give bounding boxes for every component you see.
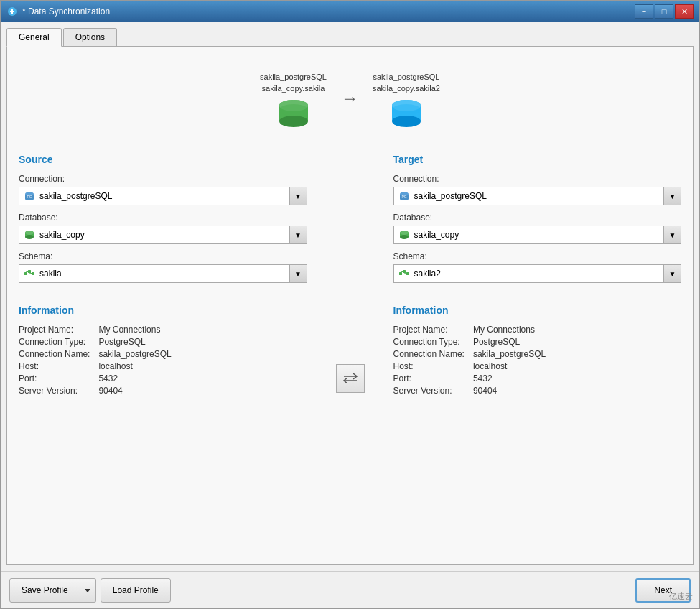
- source-info-grid: Project Name: My Connections Connection …: [19, 325, 307, 396]
- target-schema-dropdown[interactable]: ▼: [664, 264, 681, 283]
- target-info-key-3: Host:: [393, 361, 465, 371]
- target-schema-label: Schema:: [393, 251, 682, 261]
- title-bar: * Data Synchronization − □ ✕: [1, 1, 699, 22]
- source-title: Source: [19, 154, 307, 165]
- target-info-key-0: Project Name:: [393, 325, 465, 335]
- target-info-key-4: Port:: [393, 373, 465, 383]
- target-schema-value: sakila2: [414, 269, 441, 279]
- app-icon: [6, 6, 18, 17]
- svg-marker-37: [85, 589, 90, 592]
- target-schema-select[interactable]: sakila2: [393, 264, 665, 283]
- target-database-value: sakila_copy: [414, 230, 459, 240]
- target-database-row: sakila_copy ▼: [393, 226, 682, 244]
- target-schema-icon: [398, 268, 410, 279]
- target-info-val-0: My Connections: [473, 325, 681, 335]
- source-info-key-1: Connection Type:: [19, 337, 90, 347]
- target-info-val-1: PostgreSQL: [473, 337, 681, 347]
- source-info-val-1: PostgreSQL: [98, 337, 307, 347]
- source-schema-label: Schema:: [19, 251, 307, 261]
- svg-rect-32: [399, 272, 402, 275]
- tab-bar: General Options: [6, 28, 694, 47]
- target-info-val-5: 90404: [473, 386, 681, 396]
- tab-general[interactable]: General: [6, 28, 62, 47]
- source-info-val-2: sakila_postgreSQL: [98, 349, 307, 359]
- target-info-val-2: sakila_postgreSQL: [473, 349, 681, 359]
- target-title: Target: [393, 154, 682, 165]
- source-info-val-3: localhost: [98, 361, 307, 371]
- source-schema-icon: [24, 268, 35, 279]
- source-database-dropdown[interactable]: ▼: [290, 226, 307, 244]
- target-info-key-5: Server Version:: [393, 386, 465, 396]
- source-schema-select[interactable]: sakila: [19, 264, 290, 283]
- target-connection-select[interactable]: PG sakila_postgreSQL: [393, 187, 665, 205]
- target-database-dropdown[interactable]: ▼: [664, 226, 681, 244]
- close-button[interactable]: ✕: [675, 4, 694, 19]
- source-database-value: sakila_copy: [39, 230, 85, 240]
- source-info-title: Information: [19, 304, 307, 316]
- next-button[interactable]: Next: [635, 578, 691, 603]
- source-column: Source Connection: PG sakila_postgreSQL …: [19, 154, 307, 553]
- source-connection-value: sakila_postgreSQL: [39, 191, 112, 201]
- svg-point-10: [392, 104, 421, 116]
- target-diagram-item: sakila_postgreSQL sakila_copy.sakila2: [373, 73, 440, 131]
- source-connection-row: PG sakila_postgreSQL ▼: [19, 187, 307, 205]
- svg-point-3: [279, 116, 308, 127]
- svg-text:PG: PG: [401, 195, 406, 199]
- target-database-label: Database:: [393, 213, 682, 223]
- source-schema-row: sakila ▼: [19, 264, 307, 283]
- maximize-button[interactable]: □: [655, 4, 673, 19]
- save-profile-button[interactable]: Save Profile: [9, 578, 80, 603]
- window-title: * Data Synchronization: [22, 6, 110, 17]
- svg-point-16: [25, 235, 34, 239]
- svg-point-30: [400, 235, 409, 239]
- footer-left: Save Profile Load Profile: [9, 578, 171, 603]
- source-database-select[interactable]: sakila_copy: [19, 226, 290, 244]
- target-info-val-3: localhost: [473, 361, 681, 371]
- svg-point-8: [392, 116, 421, 127]
- source-diagram-item: sakila_postgreSQL sakila_copy.sakila: [260, 73, 327, 131]
- source-info-key-5: Server Version:: [19, 386, 90, 396]
- source-schema-value: sakila: [39, 269, 62, 279]
- title-bar-left: * Data Synchronization: [6, 6, 110, 17]
- source-conn-icon: PG: [24, 190, 35, 202]
- arrow-right-icon: →: [341, 88, 358, 108]
- target-connection-dropdown[interactable]: ▼: [664, 187, 681, 205]
- target-connection-label: Connection:: [393, 174, 682, 184]
- target-connection-row: PG sakila_postgreSQL ▼: [393, 187, 682, 205]
- target-database-select[interactable]: sakila_copy: [393, 226, 665, 244]
- target-diagram-line1: sakila_postgreSQL: [373, 73, 439, 81]
- load-profile-button[interactable]: Load Profile: [101, 578, 171, 603]
- footer: Save Profile Load Profile Next: [1, 571, 699, 608]
- two-column-layout: Source Connection: PG sakila_postgreSQL …: [19, 154, 681, 553]
- target-info-grid: Project Name: My Connections Connection …: [393, 325, 682, 396]
- source-database-row: sakila_copy ▼: [19, 226, 307, 244]
- svg-rect-18: [24, 272, 27, 275]
- target-info-key-1: Connection Type:: [393, 337, 465, 347]
- source-connection-dropdown[interactable]: ▼: [290, 187, 307, 205]
- source-schema-dropdown[interactable]: ▼: [290, 264, 307, 283]
- source-info-val-4: 5432: [98, 373, 307, 383]
- target-info-key-2: Connection Name:: [393, 349, 465, 359]
- main-panel: sakila_postgreSQL sakila_copy.sakila → s…: [6, 47, 694, 565]
- source-connection-select[interactable]: PG sakila_postgreSQL: [19, 187, 290, 205]
- source-diagram-line2: sakila_copy.sakila: [262, 84, 325, 93]
- target-db-small-icon: [398, 229, 410, 241]
- source-database-label: Database:: [19, 213, 307, 223]
- middle-col: [336, 154, 365, 553]
- tab-options[interactable]: Options: [63, 28, 117, 46]
- source-info-val-5: 90404: [98, 386, 307, 396]
- target-info-title: Information: [393, 304, 682, 316]
- target-info-section: Information Project Name: My Connections…: [393, 304, 682, 396]
- source-db-icon: [276, 96, 312, 131]
- swap-button[interactable]: [336, 364, 365, 393]
- dropdown-arrow-icon: [85, 587, 90, 593]
- source-info-key-0: Project Name:: [19, 325, 90, 335]
- source-connection-label: Connection:: [19, 174, 307, 184]
- save-profile-dropdown-button[interactable]: [80, 578, 96, 603]
- main-window: * Data Synchronization − □ ✕ General Opt…: [0, 0, 700, 609]
- swap-icon: [343, 373, 358, 384]
- source-info-section: Information Project Name: My Connections…: [19, 304, 307, 396]
- target-schema-row: sakila2 ▼: [393, 264, 682, 283]
- target-column: Target Connection: PG sakila_postgreSQL …: [393, 154, 682, 553]
- minimize-button[interactable]: −: [635, 4, 653, 19]
